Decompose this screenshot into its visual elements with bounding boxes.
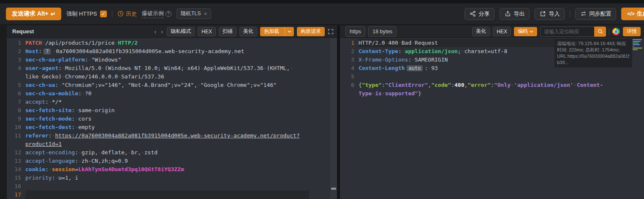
sync-icon (580, 11, 587, 17)
line-content: user-agent:·​Mozilla/5.0·​(Windows·​NT·​… (25, 64, 309, 81)
hotload-dropdown[interactable] (285, 27, 294, 36)
export-icon (505, 11, 511, 17)
line-number: 16 (7, 182, 25, 191)
qmark-glyph: ? (167, 11, 170, 16)
clock-icon (117, 11, 124, 17)
editor-line[interactable]: 7accept:·​*/* (7, 98, 337, 106)
response-search-input[interactable] (540, 27, 594, 37)
line-content: sec-fetch-site:·​same-origin (25, 106, 309, 115)
generate-button[interactable]: </> 生成 Y (621, 8, 644, 20)
fullscreen-icon[interactable] (328, 29, 334, 35)
share-button[interactable]: 分享 (465, 8, 495, 20)
editor-line[interactable]: 16 (7, 182, 337, 191)
random-tls-tag[interactable]: 随机TLS × (177, 8, 212, 19)
request-editor[interactable]: 1PATCH·​/api/products/1/price·​HTTP/22Ho… (7, 38, 337, 199)
toolbar-divider-2 (570, 11, 570, 17)
editor-line[interactable]: 13accept-language:·​zh-CN,zh;q=0.9 (7, 157, 337, 165)
line-number: 3 (340, 56, 359, 64)
panel-split-divider[interactable] (337, 25, 340, 199)
scan-button[interactable]: 扫描 (219, 27, 236, 36)
response-hex-button[interactable]: HEX (493, 27, 511, 36)
response-stats-tooltip: 远端地址: 79.125.84.16:443; 响应时间: 223ms; 总耗时… (554, 39, 632, 67)
editor-line[interactable]: 11referer:·​https://0a76003004a882a081fb… (7, 132, 337, 148)
response-panel: https 18 bytes 美化 HEX 编码 详情 1HTTP/2.0·​4… (340, 25, 644, 199)
encode-label: 编码 (518, 28, 528, 35)
editor-line[interactable]: 6{"type":"ClientError","code":400,"error… (340, 81, 644, 98)
share-label: 分享 (478, 10, 489, 18)
hex-button[interactable]: HEX (198, 27, 216, 36)
line-number: 15 (7, 174, 25, 182)
send-request-label: 发送请求 Alt+ (12, 10, 49, 18)
force-https-toggle[interactable]: 强制 HTTPS ✓ (66, 10, 106, 18)
beautify-button[interactable]: 美化 (239, 27, 257, 36)
send-request-button[interactable]: 发送请求 Alt+↵ (6, 8, 61, 20)
line-content: sec-ch-ua-platform:·​"Windows" (25, 56, 309, 64)
line-content: {"type":"ClientError","code":400,"error"… (359, 81, 607, 98)
line-number: 7 (7, 98, 25, 106)
protocol-tag-label: https (350, 29, 361, 35)
line-content (25, 191, 309, 199)
line-number: 9 (7, 115, 25, 123)
minimap[interactable] (633, 39, 643, 50)
force-https-checkbox[interactable]: ✓ (100, 11, 107, 17)
import-button[interactable]: 导入 (535, 8, 565, 20)
history-next-button[interactable]: › (160, 28, 164, 35)
import-label: 导入 (549, 10, 560, 18)
protocol-tag: https (345, 26, 365, 37)
line-number: 4 (340, 64, 359, 73)
sync-config-button[interactable]: 同步配置 (575, 8, 616, 20)
request-scrollbar-track[interactable] (330, 38, 337, 199)
hotload-split-button[interactable]: 热加载 (260, 27, 294, 36)
detail-button[interactable]: 详情 (623, 27, 641, 36)
close-icon[interactable]: × (204, 11, 207, 17)
code-icon: </> (627, 11, 634, 17)
line-content: accept-encoding:·​gzip,·​deflate,·​br,·​… (25, 148, 309, 157)
response-panel-header: https 18 bytes 美化 HEX 编码 详情 (340, 25, 644, 38)
enter-arrow-icon: ↵ (51, 11, 56, 17)
request-panel-title: Request (12, 28, 34, 35)
construct-request-button[interactable]: 构造请求 (297, 27, 325, 36)
export-label: 导出 (514, 10, 524, 18)
chevron-down-icon (288, 30, 291, 33)
editor-line[interactable]: 9sec-fetch-mode:·​cors (7, 115, 337, 123)
editor-line[interactable]: 12accept-encoding:·​gzip,·​deflate,·​br,… (7, 148, 337, 157)
toolbar-divider (112, 11, 112, 17)
privacy-mode-button[interactable]: 隐私模式 (167, 27, 195, 36)
line-content (359, 73, 607, 81)
encode-dropdown-button[interactable]: 编码 (514, 27, 537, 36)
export-button[interactable]: 导出 (500, 8, 530, 20)
line-content: sec-fetch-mode:·​cors (25, 115, 309, 123)
line-content: referer:·​https://0a76003004a882a081fb39… (25, 132, 309, 148)
editor-line[interactable]: 1PATCH·​/api/products/1/price·​HTTP/2 (7, 39, 337, 47)
share-icon (470, 11, 476, 17)
line-number: 6 (7, 89, 25, 98)
line-content: sec-ch-ua:·​"Chromium";v="146",·​"Not-A.… (25, 81, 309, 89)
response-beautify-button[interactable]: 美化 (472, 27, 490, 36)
editor-line[interactable]: 6sec-ch-ua-mobile:·​?0 (7, 89, 337, 98)
chrome-icon[interactable] (612, 28, 620, 35)
editor-line[interactable]: 17 (7, 191, 337, 199)
editor-line[interactable]: 8sec-fetch-site:·​same-origin (7, 106, 337, 115)
sync-config-label: 同步配置 (589, 10, 611, 18)
editor-line[interactable]: 5 (340, 73, 644, 81)
blast-example-link[interactable]: 爆破示例 (142, 10, 164, 18)
editor-line[interactable]: 14cookie:·​session=LkAhTynSu4Duetd3pq10Q… (7, 165, 337, 174)
editor-line[interactable]: 5sec-ch-ua:·​"Chromium";v="146",·​"Not-A… (7, 81, 337, 89)
import-icon (540, 11, 546, 17)
hotload-label[interactable]: 热加载 (260, 27, 283, 36)
editor-line[interactable]: 15priority:·​u=1,·​i (7, 174, 337, 182)
editor-line[interactable]: 4user-agent:·​Mozilla/5.0·​(Windows·​NT·… (7, 64, 337, 81)
editor-line[interactable]: 10sec-fetch-dest:·​empty (7, 123, 337, 132)
size-tag-label: 18 bytes (372, 29, 392, 35)
editor-line[interactable]: 3sec-ch-ua-platform:·​"Windows" (7, 56, 337, 64)
request-scrollbar-thumb[interactable] (331, 188, 336, 190)
response-search-button[interactable] (594, 27, 606, 37)
history-link[interactable]: 历史 (117, 10, 137, 18)
question-circle-icon[interactable]: ? (166, 11, 171, 17)
history-prev-button[interactable]: ‹ (153, 28, 157, 35)
line-number: 6 (340, 81, 359, 98)
editor-line[interactable]: 2Host:?·​0a76003004a882a081fb3915004d005… (7, 47, 337, 56)
generate-label: 生成 Y (637, 10, 644, 18)
line-number: 14 (7, 165, 25, 174)
request-panel-header: Request ‹ › 隐私模式 HEX 扫描 美化 热加载 构造请求 (7, 25, 337, 38)
